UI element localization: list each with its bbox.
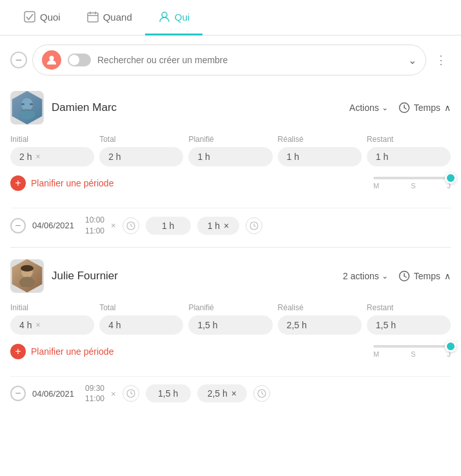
damien-stat-realise: Réalisé 1 h <box>278 135 362 166</box>
julie-slider-label-m: M <box>373 350 379 358</box>
member-julie-header: Julie Fournier 2 actions ⌄ Temps ∧ <box>10 259 451 293</box>
damien-initial-label: Initial <box>10 135 94 144</box>
svg-line-26 <box>404 276 406 277</box>
julie-slider-track <box>373 345 451 348</box>
remove-member-button[interactable]: − <box>10 52 27 68</box>
julie-entry-time-end: 11:00 <box>85 393 104 404</box>
julie-entry-duration: 1,5 h <box>146 384 191 402</box>
julie-entry-time-clear-icon[interactable]: × <box>111 389 116 399</box>
damien-plan-text[interactable]: Planifier une période <box>31 178 113 188</box>
damien-realise-value: 1 h <box>278 147 362 166</box>
julie-temps-label: Temps <box>414 271 440 281</box>
julie-realise-label: Réalisé <box>278 303 362 312</box>
member-julie-name: Julie Fournier <box>52 270 118 283</box>
julie-plan-row: + Planifier une période M S J <box>10 344 451 370</box>
svg-rect-0 <box>25 12 35 22</box>
julie-slider-labels: M S J <box>373 350 451 358</box>
julie-entry-clock2-icon[interactable] <box>253 385 270 402</box>
julie-planifie-label: Planifié <box>188 303 272 312</box>
svg-line-32 <box>262 393 264 395</box>
damien-entry-clock-icon[interactable] <box>123 217 139 234</box>
damien-realise-label: Réalisé <box>278 135 362 144</box>
svg-point-5 <box>162 12 167 17</box>
damien-actions-label: Actions <box>349 103 379 113</box>
svg-rect-1 <box>88 13 98 22</box>
member-damien-name: Damien Marc <box>52 101 117 114</box>
julie-entry-remove-button[interactable]: − <box>10 386 26 401</box>
damien-entry-time-clear-icon[interactable]: × <box>111 221 116 230</box>
julie-initial-clear-icon[interactable]: × <box>35 321 40 330</box>
julie-actions-button[interactable]: 2 actions ⌄ <box>343 271 388 281</box>
julie-slider[interactable] <box>373 345 451 348</box>
damien-initial-clear-icon[interactable]: × <box>35 152 40 161</box>
damien-entry-date: 04/06/2021 <box>32 221 79 230</box>
damien-slider-track <box>373 177 451 179</box>
damien-slider-label-m: M <box>373 182 379 190</box>
julie-stat-initial: Initial 4 h × <box>10 303 94 335</box>
search-input[interactable] <box>97 55 402 65</box>
julie-entry-date: 04/06/2021 <box>32 389 79 399</box>
damien-temps-chevron-up-icon: ∧ <box>444 103 451 113</box>
damien-slider-thumb[interactable] <box>445 172 456 184</box>
julie-restant-label: Restant <box>367 303 451 312</box>
minus-icon2: − <box>15 388 21 399</box>
svg-point-23 <box>21 265 34 272</box>
damien-actions-chevron-down-icon: ⌄ <box>382 103 388 112</box>
julie-slider-thumb[interactable] <box>445 341 456 352</box>
search-chevron-down-icon[interactable]: ⌄ <box>408 54 417 66</box>
damien-entry-time-start: 10:00 <box>85 215 104 226</box>
clock-small4-icon <box>257 389 266 398</box>
damien-stat-planifie: Planifié 1 h <box>188 135 272 166</box>
damien-total-value: 2 h <box>99 147 183 166</box>
damien-time-entry-0: − 04/06/2021 10:00 11:00 × 1 h 1 h × <box>10 208 451 247</box>
member-damien-section: Damien Marc Actions ⌄ Temps ∧ Initial <box>0 84 461 247</box>
damien-stat-initial: Initial 2 h × <box>10 135 94 166</box>
tab-quand[interactable]: Quand <box>74 0 145 35</box>
clock-small3-icon <box>126 389 135 398</box>
clock-small2-icon <box>250 221 259 230</box>
tabs-container: Quoi Quand Qui <box>0 0 461 35</box>
damien-slider-area: M S J <box>373 177 451 190</box>
julie-entry-clock-icon[interactable] <box>123 385 139 402</box>
member-julie-info: Julie Fournier <box>10 259 118 293</box>
member-damien-info: Damien Marc <box>10 91 117 124</box>
damien-planifie-label: Planifié <box>188 135 272 144</box>
damien-planifie-value: 1 h <box>188 147 272 166</box>
member-julie-actions: 2 actions ⌄ Temps ∧ <box>343 270 451 282</box>
damien-plan-left: + Planifier une période <box>10 175 113 191</box>
damien-temps-button[interactable]: Temps ∧ <box>398 102 451 114</box>
damien-entry-clock2-icon[interactable] <box>246 217 262 234</box>
toggle-switch[interactable] <box>68 54 91 66</box>
tab-qui[interactable]: Qui <box>145 0 202 35</box>
damien-initial-value[interactable]: 2 h × <box>10 147 94 166</box>
julie-stat-planifie: Planifié 1,5 h <box>188 303 272 335</box>
damien-temps-label: Temps <box>414 103 440 113</box>
damien-actions-button[interactable]: Actions ⌄ <box>349 103 388 113</box>
damien-entry-realized-clear-icon[interactable]: × <box>224 221 229 231</box>
damien-entry-realized: 1 h × <box>197 217 240 235</box>
julie-clock-icon <box>398 270 410 282</box>
julie-temps-button[interactable]: Temps ∧ <box>398 270 451 282</box>
search-bar-container: − ⌄ ⋮ <box>0 35 461 84</box>
damien-slider[interactable] <box>373 177 451 179</box>
svg-line-17 <box>131 226 133 227</box>
julie-entry-time-start: 09:30 <box>85 383 104 394</box>
minus-icon: − <box>15 54 23 67</box>
damien-add-period-button[interactable]: + <box>10 175 26 191</box>
svg-point-22 <box>19 277 35 287</box>
julie-planifie-value: 1,5 h <box>188 315 272 335</box>
julie-add-period-button[interactable]: + <box>10 344 26 359</box>
person-icon <box>158 10 171 23</box>
svg-rect-9 <box>30 103 33 105</box>
damien-stat-restant: Restant 1 h <box>367 135 451 166</box>
damien-entry-remove-button[interactable]: − <box>10 218 26 233</box>
tab-quoi[interactable]: Quoi <box>10 0 74 35</box>
damien-slider-labels: M S J <box>373 182 451 190</box>
julie-entry-realized: 2,5 h × <box>197 384 247 402</box>
more-options-button[interactable]: ⋮ <box>431 50 451 70</box>
julie-initial-value[interactable]: 4 h × <box>10 315 94 335</box>
julie-initial-label: Initial <box>10 303 94 312</box>
julie-restant-value: 1,5 h <box>367 315 451 335</box>
julie-entry-realized-clear-icon[interactable]: × <box>231 388 237 399</box>
julie-plan-text[interactable]: Planifier une période <box>31 346 113 357</box>
